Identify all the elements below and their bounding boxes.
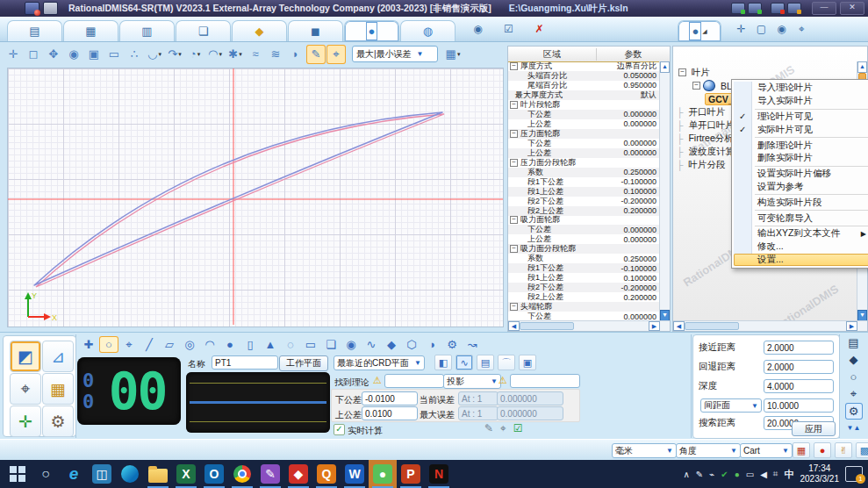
start-button[interactable] <box>4 460 32 488</box>
menu-item[interactable]: 修改... <box>734 240 868 254</box>
outlook-icon[interactable]: O <box>200 460 228 488</box>
blade-wave2-icon[interactable]: ≋ <box>266 45 285 64</box>
close-button[interactable]: ✕ <box>840 2 864 15</box>
blade-probe-icon[interactable]: ⌖ <box>326 45 346 64</box>
param-hscrollbar[interactable]: ◀▶ <box>508 320 670 331</box>
green-check-icon[interactable]: ✔ <box>721 470 728 479</box>
select-window-icon[interactable]: ▣ <box>84 45 104 64</box>
coord-dropdown[interactable]: Cart▼ <box>740 443 793 458</box>
probe-head-button[interactable]: ⌖ <box>10 373 41 405</box>
fit-view-icon[interactable]: ✛ <box>4 45 23 64</box>
circle-icon[interactable]: ◎ <box>180 336 199 353</box>
tab-blade-view[interactable]: ● <box>344 20 399 41</box>
units-dropdown[interactable]: 毫米▼ <box>612 443 677 458</box>
blade-profile-icon[interactable]: ◡▾ <box>145 45 164 64</box>
scroll-arrows-icon[interactable]: ▼▲ <box>845 420 863 437</box>
parallel-planes-icon[interactable]: ❏ <box>321 336 341 353</box>
speaker-icon[interactable]: ◀ <box>760 470 767 479</box>
checkbox-icon[interactable]: ☑ <box>501 21 516 36</box>
excel-icon[interactable]: X <box>172 460 200 488</box>
axes-button[interactable]: ✛ <box>10 405 41 437</box>
confirm-check-icon[interactable]: ☑ <box>513 422 523 434</box>
column-header-param[interactable]: 参数 <box>597 48 670 61</box>
notebook-icon[interactable]: ▤ <box>845 334 863 351</box>
menu-item[interactable]: 设置为参考 <box>734 181 868 194</box>
menu-item[interactable]: 设置实际叶片偏移 <box>734 168 868 181</box>
menu-item[interactable]: 删除理论叶片 <box>734 139 868 152</box>
machine-cube-button[interactable]: ◩ <box>10 341 41 372</box>
column-header-region[interactable]: 区域 <box>508 48 597 61</box>
label-display-icon[interactable]: ▭ <box>104 45 124 64</box>
wedge-icon[interactable]: ◆ <box>382 336 401 353</box>
hook-curve-icon[interactable]: ↝ <box>463 336 482 353</box>
search-button[interactable]: ○ <box>32 460 60 488</box>
blade-solid-icon[interactable]: ◗ <box>286 45 305 64</box>
normal-vector-icon[interactable]: ◧ <box>434 355 452 370</box>
screen-view-icon[interactable]: ▣ <box>519 355 536 370</box>
collapse-box-icon[interactable]: − <box>510 62 518 70</box>
plane-icon[interactable]: ▱ <box>160 336 179 353</box>
battery-icon[interactable]: ▭ <box>746 470 754 479</box>
paint-app-icon[interactable]: ✎ <box>256 460 284 488</box>
menu-item[interactable]: 设置... <box>734 254 868 267</box>
path-param-input[interactable]: 10.0000 <box>764 398 834 413</box>
upper-tol-input[interactable]: 0.0100 <box>362 406 418 420</box>
angle-probe-icon[interactable]: ⌒ <box>498 355 515 370</box>
workplane-button[interactable]: 工作平面 <box>279 355 328 371</box>
probe-icon[interactable]: ⌖ <box>845 386 863 403</box>
lcd-box-button[interactable]: ▦ <box>42 373 74 405</box>
collapse-box-icon[interactable]: − <box>510 159 518 167</box>
notification-icon[interactable]: 1 <box>845 466 863 482</box>
apply-button[interactable]: 应用 <box>792 421 836 436</box>
name-input[interactable]: PT1 <box>212 355 278 370</box>
wechat-tray-icon[interactable]: ● <box>735 470 740 479</box>
blade-rotate-icon[interactable]: ◔▾ <box>185 45 204 64</box>
slot-icon[interactable]: ▭ <box>301 336 320 353</box>
teal-app-icon[interactable]: ◫ <box>88 460 116 488</box>
tab-table[interactable]: ▥ <box>119 20 175 41</box>
arc-icon[interactable]: ◠ <box>200 336 219 353</box>
tray-expand-icon[interactable]: ∧ <box>684 470 690 479</box>
collapse-box-icon[interactable]: − <box>510 101 518 109</box>
edit-report-icon[interactable]: ✎ <box>484 422 493 434</box>
menu-item[interactable]: 输出XYZ到文本文件▶ <box>734 227 868 240</box>
menu-item[interactable]: ✓理论叶片可见 <box>734 111 868 124</box>
cone-icon[interactable]: ▲ <box>261 336 280 353</box>
collapse-box-icon[interactable]: − <box>692 82 700 90</box>
gear-icon[interactable]: ⚙ <box>442 336 462 353</box>
sphere-segment-icon[interactable]: ◑ <box>422 336 441 353</box>
word-icon[interactable]: W <box>341 460 369 488</box>
probe-clean-icon[interactable]: ⌖ <box>500 422 506 434</box>
view-eye-icon[interactable]: ◉ <box>64 45 83 64</box>
chrome-icon[interactable] <box>228 460 256 488</box>
tip-ball-icon[interactable]: ● <box>814 442 831 458</box>
axis-snap-icon[interactable]: ▦ <box>793 442 810 458</box>
explorer-icon[interactable] <box>144 460 172 488</box>
tab-chat-sphere[interactable]: ◍ <box>400 20 456 41</box>
path-param-input[interactable]: 4.0000 <box>764 379 834 393</box>
graphics-canvas[interactable]: Y X <box>7 68 504 327</box>
delete-red-icon[interactable]: ✗ <box>532 21 547 36</box>
collapse-box-icon[interactable]: − <box>510 130 518 138</box>
calibration-button[interactable]: ⚙ <box>42 405 74 437</box>
taskbar-clock[interactable]: 17:34 2023/3/21 <box>800 463 840 484</box>
blade-direction-icon[interactable]: ↷▾ <box>165 45 184 64</box>
tab-ink[interactable]: ◼ <box>288 20 343 41</box>
collapse-box-icon[interactable]: − <box>678 68 686 76</box>
zoom-window-icon[interactable]: ◻ <box>24 45 43 64</box>
lower-tol-input[interactable]: -0.0100 <box>362 391 418 405</box>
tab-color[interactable]: ◆ <box>232 20 287 41</box>
menu-item[interactable]: 可变轮廓导入 <box>734 212 868 225</box>
tree-item[interactable]: −叶片 <box>677 66 857 79</box>
disc-icon[interactable]: ◉ <box>341 336 361 353</box>
menu-list-icon[interactable] <box>43 2 58 15</box>
blade-pen-icon[interactable]: ✎ <box>306 45 326 64</box>
path-param-input[interactable]: 2.0000 <box>764 360 834 374</box>
camera-icon[interactable]: ◉ <box>470 21 485 36</box>
window-red-icon[interactable] <box>771 3 785 14</box>
report-grid-icon[interactable]: ▦▾ <box>443 45 463 64</box>
edge-icon[interactable] <box>116 460 144 488</box>
param-vscrollbar[interactable]: ▲▼ <box>659 61 670 321</box>
point-icon[interactable]: ○ <box>99 336 118 353</box>
menu-item[interactable]: 导入理论叶片 <box>734 82 868 95</box>
